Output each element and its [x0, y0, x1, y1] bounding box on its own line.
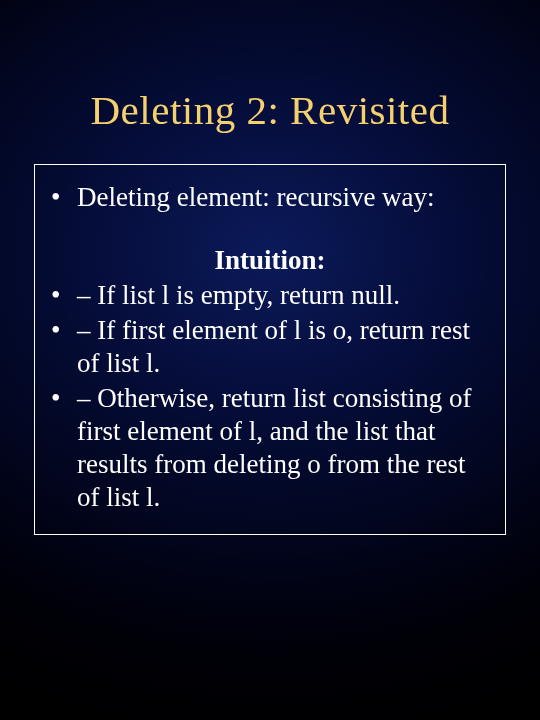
bullet-marker: •	[49, 279, 77, 312]
bullet-row: • – If list l is empty, return null.	[49, 279, 491, 312]
bullet-text: – Otherwise, return list consisting of f…	[77, 382, 491, 514]
content-box: • Deleting element: recursive way: Intui…	[34, 164, 506, 535]
bullet-row: • – Otherwise, return list consisting of…	[49, 382, 491, 514]
slide-title: Deleting 2: Revisited	[0, 0, 540, 164]
bullet-marker: •	[49, 181, 77, 214]
bullet-row-top: • Deleting element: recursive way:	[49, 181, 491, 214]
intuition-heading: Intuition:	[49, 244, 491, 277]
bullet-row: • – If first element of l is o, return r…	[49, 314, 491, 380]
bullet-marker: •	[49, 314, 77, 347]
bullet-text: – If list l is empty, return null.	[77, 279, 491, 312]
bullet-marker: •	[49, 382, 77, 415]
bullet-text: – If first element of l is o, return res…	[77, 314, 491, 380]
slide: Deleting 2: Revisited • Deleting element…	[0, 0, 540, 720]
bullet-text: Deleting element: recursive way:	[77, 181, 491, 214]
